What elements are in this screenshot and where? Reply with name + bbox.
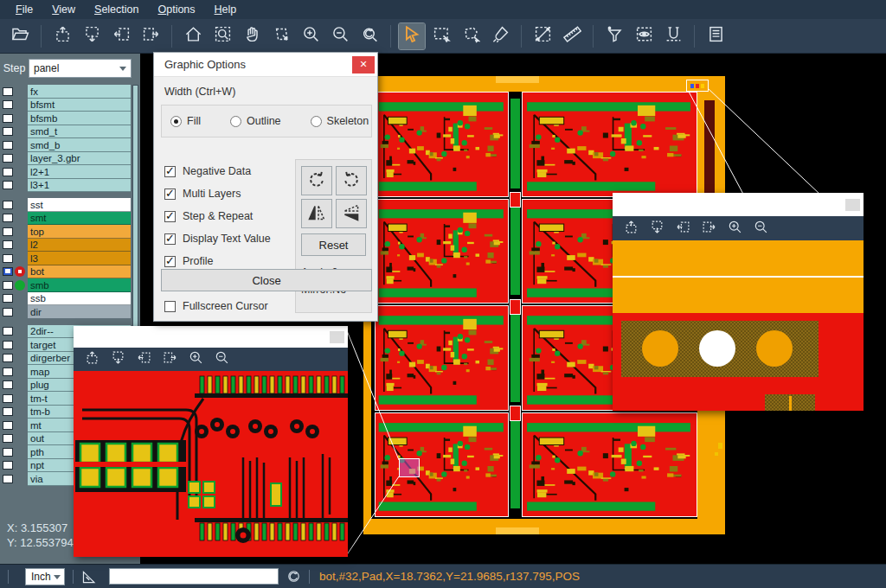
rotate-cw-button[interactable]	[301, 166, 332, 195]
layer-row-top[interactable]: top	[0, 225, 140, 239]
layer-name[interactable]: bfsmt	[28, 99, 131, 112]
radio-outline[interactable]: Outline	[230, 115, 281, 127]
zoom-in-button[interactable]	[298, 23, 324, 49]
layer-visibility-checkbox[interactable]	[3, 240, 13, 249]
pan-hand-button[interactable]	[239, 23, 265, 49]
layer-visibility-checkbox[interactable]	[3, 341, 13, 349]
reset-button[interactable]: Reset	[301, 233, 366, 256]
layer-row-bfsmt[interactable]: bfsmt	[0, 99, 140, 112]
pan-down-button[interactable]	[107, 350, 128, 369]
layer-name[interactable]: smt	[28, 212, 131, 226]
menu-view[interactable]: View	[43, 2, 84, 17]
layer-row-smt[interactable]: smt	[0, 212, 140, 226]
pan-up-button[interactable]	[49, 23, 75, 49]
layer-visibility-checkbox[interactable]	[3, 327, 13, 336]
layer-visibility-checkbox[interactable]	[3, 448, 13, 457]
checkbox-row-multi-layers[interactable]: Multi Layers	[164, 182, 271, 205]
layer-name[interactable]: l2+1	[28, 165, 131, 179]
snap-tool-button[interactable]	[660, 23, 686, 49]
layer-row-l2+1[interactable]: l2+1	[0, 165, 140, 179]
layer-row-smd_t[interactable]: smd_t	[0, 125, 140, 139]
command-input[interactable]	[109, 568, 279, 585]
layer-visibility-checkbox[interactable]	[3, 227, 13, 236]
zoom-in-button[interactable]	[185, 350, 206, 369]
layer-name[interactable]: l3	[28, 252, 131, 265]
layer-visibility-checkbox[interactable]	[3, 421, 13, 430]
layer-visibility-checkbox[interactable]	[3, 281, 13, 290]
brush-tool-button[interactable]	[487, 23, 513, 49]
layer-row-bfsmb[interactable]: bfsmb	[0, 112, 140, 125]
magnifier-1-view[interactable]	[74, 371, 348, 557]
layer-visibility-checkbox[interactable]	[3, 475, 13, 483]
layer-name[interactable]: layer_3.gbr	[28, 152, 131, 166]
zoom-object-button[interactable]	[268, 23, 294, 49]
layer-visibility-checkbox[interactable]	[3, 141, 13, 150]
zoom-out-button[interactable]	[750, 219, 771, 238]
layer-visibility-checkbox[interactable]	[3, 267, 13, 276]
zoom-window-button[interactable]	[209, 23, 235, 49]
layer-visibility-checkbox[interactable]	[3, 254, 13, 263]
window-button-icon[interactable]	[845, 199, 860, 211]
layer-visibility-checkbox[interactable]	[3, 294, 13, 303]
layer-visibility-checkbox[interactable]	[3, 354, 13, 362]
layer-name[interactable]: smb	[28, 278, 131, 292]
view-options-button[interactable]	[631, 23, 657, 49]
mirror-horizontal-button[interactable]	[301, 199, 332, 228]
zoom-out-button[interactable]	[211, 350, 232, 369]
zoom-home-button[interactable]	[180, 23, 206, 49]
pan-up-button[interactable]	[620, 219, 641, 238]
ruler-tool-button[interactable]	[559, 23, 585, 49]
layer-name[interactable]: sst	[28, 198, 131, 212]
layer-visibility-checkbox[interactable]	[3, 154, 13, 163]
menu-help[interactable]: Help	[206, 2, 246, 17]
pan-up-button[interactable]	[81, 350, 102, 369]
layer-visibility-checkbox[interactable]	[3, 407, 13, 416]
report-tool-button[interactable]	[703, 23, 729, 49]
layer-row-smb[interactable]: smb	[0, 278, 140, 292]
zoom-out-button[interactable]	[327, 23, 353, 49]
layer-name[interactable]: dir	[28, 305, 131, 319]
layer-visibility-checkbox[interactable]	[3, 368, 13, 376]
layer-visibility-checkbox[interactable]	[3, 127, 13, 136]
checkbox-icon[interactable]	[164, 301, 176, 312]
layer-row-dir[interactable]: dir	[0, 305, 140, 319]
select-tool-button[interactable]	[399, 23, 425, 49]
step-select[interactable]: panel	[29, 59, 132, 78]
rect-select-button[interactable]	[428, 23, 454, 49]
layer-row-l3+1[interactable]: l3+1	[0, 179, 140, 193]
layer-visibility-checkbox[interactable]	[3, 100, 13, 109]
mirror-vertical-button[interactable]	[336, 199, 367, 228]
pan-left-button[interactable]	[672, 219, 693, 238]
layer-name[interactable]: top	[28, 225, 131, 239]
unit-select[interactable]: Inch	[25, 568, 65, 585]
rotate-ccw-button[interactable]	[336, 166, 367, 195]
layer-visibility-checkbox[interactable]	[3, 87, 13, 96]
layer-row-fx[interactable]: fx	[0, 85, 140, 99]
poly-select-button[interactable]	[458, 23, 484, 49]
layer-visibility-checkbox[interactable]	[3, 394, 13, 403]
layer-row-sst[interactable]: sst	[0, 198, 140, 212]
layer-visibility-checkbox[interactable]	[3, 308, 13, 316]
layer-name[interactable]: fx	[28, 85, 131, 99]
layer-row-l3[interactable]: l3	[0, 252, 140, 265]
filter-tool-button[interactable]	[601, 23, 627, 49]
dialog-title-bar[interactable]: Graphic Options ✕	[154, 53, 377, 77]
layer-row-bot[interactable]: bot	[0, 265, 140, 279]
open-file-button[interactable]	[7, 23, 33, 49]
layer-row-smd_b[interactable]: smd_b	[0, 138, 140, 152]
magnifier-2-title-bar[interactable]	[613, 193, 864, 216]
checkbox-row-fullscreen-cursor[interactable]: Fullscreen Cursor	[164, 295, 271, 317]
close-button[interactable]: Close	[161, 269, 372, 291]
layer-visibility-checkbox[interactable]	[3, 201, 13, 209]
checkbox-icon[interactable]	[164, 256, 176, 267]
pan-down-button[interactable]	[79, 23, 105, 49]
layer-row-layer_3.gbr[interactable]: layer_3.gbr	[0, 152, 140, 166]
menu-options[interactable]: Options	[149, 2, 203, 17]
layer-visibility-checkbox[interactable]	[3, 461, 13, 470]
menu-selection[interactable]: Selection	[86, 2, 147, 17]
layer-name[interactable]: l2	[28, 239, 131, 252]
pan-down-button[interactable]	[646, 219, 667, 238]
zoom-previous-button[interactable]	[356, 23, 382, 49]
pan-right-button[interactable]	[698, 219, 719, 238]
checkbox-row-negative-data[interactable]: Negative Data	[164, 160, 271, 182]
